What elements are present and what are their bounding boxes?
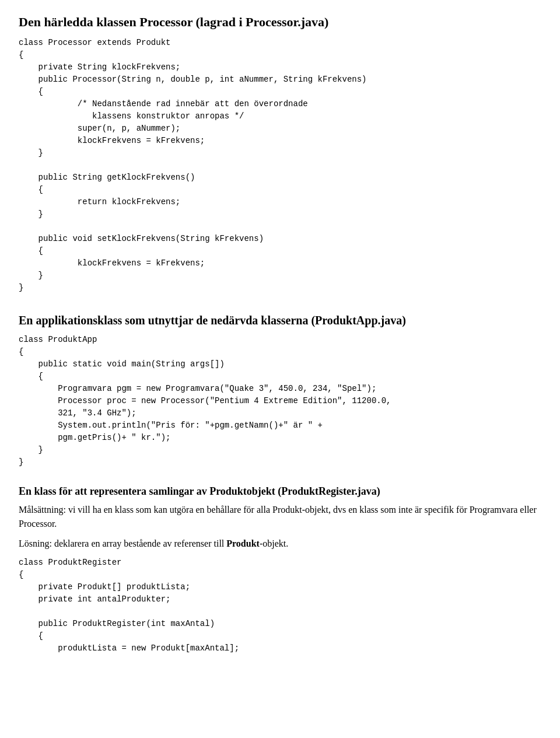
section-produktregister: En klass för att representera samlingar …: [19, 485, 541, 655]
section2-code: class ProduktApp { public static void ma…: [19, 334, 541, 468]
section3-code: class ProduktRegister { private Produkt[…: [19, 557, 541, 655]
section1-title: Den härledda klassen Processor (lagrad i…: [19, 14, 541, 31]
section3-prose2-pre: Lösning: deklarera en array bestående av…: [19, 538, 226, 548]
section2-title: En applikationsklass som utnyttjar de ne…: [19, 313, 541, 328]
section-processor: Den härledda klassen Processor (lagrad i…: [19, 14, 541, 294]
section3-prose2-post: -objekt.: [260, 538, 288, 548]
section-produktapp: En applikationsklass som utnyttjar de ne…: [19, 313, 541, 468]
section3-prose2: Lösning: deklarera en array bestående av…: [19, 537, 541, 551]
section3-prose2-bold: Produkt: [226, 538, 260, 548]
section3-title: En klass för att representera samlingar …: [19, 485, 541, 498]
section1-code: class Processor extends Produkt { privat…: [19, 37, 541, 294]
section3-prose1: Målsättning: vi vill ha en klass som kan…: [19, 503, 541, 531]
